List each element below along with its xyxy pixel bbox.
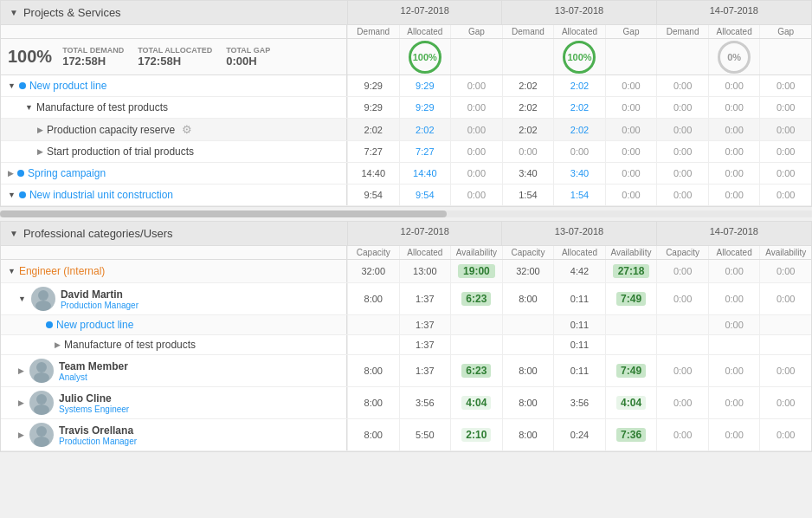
user-label-david: ▼ David Martin Production Manager [1, 283, 347, 314]
row-label-trial: ▶ Start production of trial products [1, 141, 347, 162]
cell-r2-7: 0:00 [708, 119, 760, 140]
avatar-david [31, 287, 55, 311]
eng-cell-7: 0:00 [708, 260, 760, 282]
sub-row-manufacture: ▶ Manufacture of test products 1:37 0:11 [1, 335, 811, 355]
cell-r1-5: 0:00 [605, 97, 657, 118]
demand-label: TOTAL DEMAND [62, 46, 124, 55]
avail-badge-team-1: 6:23 [461, 364, 491, 378]
gap-label: TOTAL GAP [226, 46, 270, 55]
gear-icon[interactable]: ⚙ [182, 123, 192, 136]
users-header-left: ▼ Professional categories/Users [1, 222, 347, 245]
avail-badge-team-2: 7:49 [616, 364, 646, 378]
sub-row-new-product: New product line 1:37 0:11 0:00 [1, 315, 811, 335]
cell-r0-7: 0:00 [708, 75, 760, 96]
cell-r2-1: 2:02 [399, 119, 451, 140]
eng-cell-4: 4:42 [553, 260, 605, 282]
travis-toggle[interactable]: ▶ [18, 431, 24, 439]
avail-badge-travis-1: 2:10 [461, 428, 491, 442]
sub-hb-allocated3: Allocated [708, 246, 760, 259]
sub-np-c6 [656, 315, 708, 334]
engineer-text: Engineer (Internal) [19, 265, 105, 277]
travis-cell-6: 0:00 [656, 419, 708, 450]
toggle-closed-3[interactable]: ▶ [37, 126, 43, 134]
date-header-b1: 12-07-2018 [348, 222, 502, 245]
table-row: ▼ New industrial unit construction 9:54 … [1, 185, 811, 206]
projects-header: ▼ Projects & Services 12-07-2018 13-07-2… [1, 1, 811, 25]
toggle-closed-4[interactable]: ▶ [37, 147, 43, 156]
team-toggle[interactable]: ▶ [18, 366, 24, 375]
user-info-travis: Travis Orellana Production Manager [59, 424, 137, 446]
collapse-arrow-bottom[interactable]: ▼ [10, 229, 18, 238]
david-cell-4: 0:11 [553, 283, 605, 314]
row-text-5: Spring campaign [28, 167, 106, 179]
row-label-manufacture: ▼ Manufacture of test products [1, 97, 347, 118]
cell-r5-3: 1:54 [502, 185, 554, 205]
row-label-industrial: ▼ New industrial unit construction [1, 185, 347, 205]
cell-r5-4: 1:54 [553, 185, 605, 205]
row-text-4: Start production of trial products [47, 146, 194, 158]
engineer-group-row: ▼ Engineer (Internal) 32:00 13:00 19:00 … [1, 260, 811, 283]
user-name-julio: Julio Cline [59, 392, 129, 405]
projects-header-left: ▼ Projects & Services [1, 1, 347, 24]
user-name-david: David Martin [61, 288, 139, 301]
summary-row: 100% TOTAL DEMAND 172:58H TOTAL ALLOCATE… [1, 39, 811, 75]
sub-label-manufacture: ▶ Manufacture of test products [1, 335, 347, 354]
cell-r4-2: 0:00 [450, 163, 502, 184]
user-label-team: ▶ Team Member Analyst [1, 355, 347, 386]
david-cell-6: 0:00 [656, 283, 708, 314]
circle-empty-2 [450, 39, 502, 74]
sub-label-new-product: New product line [1, 315, 347, 334]
row-text-1: New product line [29, 80, 106, 92]
gap-summary: TOTAL GAP 0:00H [226, 46, 270, 68]
sub-h-allocated3: Allocated [708, 25, 760, 38]
row-text-2: Manufacture of test products [36, 101, 168, 113]
david-toggle[interactable]: ▼ [18, 295, 26, 303]
engineer-toggle[interactable]: ▼ [8, 267, 16, 275]
toggle-open-6[interactable]: ▼ [8, 191, 16, 199]
circle-0: 0% [708, 39, 760, 74]
mfr-toggle[interactable]: ▶ [55, 340, 61, 349]
circle-pct-1: 100% [409, 41, 441, 74]
cell-r3-5: 0:00 [605, 141, 657, 162]
scrollbar[interactable] [0, 210, 812, 217]
svg-point-6 [36, 426, 47, 437]
toggle-closed-5[interactable]: ▶ [8, 169, 14, 178]
team-cell-5: 7:49 [605, 355, 657, 386]
julio-toggle[interactable]: ▶ [18, 398, 24, 407]
svg-point-2 [36, 362, 47, 372]
cell-r3-4: 0:00 [553, 141, 605, 162]
user-row-travis: ▶ Travis Orellana Production Manager 8:0… [1, 419, 811, 451]
sub-hb-allocated2: Allocated [553, 246, 605, 259]
circle-100-2: 100% [553, 39, 605, 74]
cell-r4-8: 0:00 [759, 163, 811, 184]
circle-pct-2: 100% [563, 41, 596, 74]
svg-point-4 [36, 394, 47, 405]
avail-badge-eng-2: 27:18 [613, 264, 650, 278]
cell-r5-8: 0:00 [759, 185, 811, 205]
table-row: ▶ Start production of trial products 7:2… [1, 141, 811, 163]
cell-r1-7: 0:00 [708, 97, 760, 118]
row-label-capacity: ▶ Production capacity reserve ⚙ [1, 119, 347, 140]
summary-left: 100% TOTAL DEMAND 172:58H TOTAL ALLOCATE… [1, 39, 347, 74]
travis-cell-4: 0:24 [553, 419, 605, 450]
david-cell-5: 7:49 [605, 283, 657, 314]
julio-cell-8: 0:00 [759, 387, 811, 418]
svg-point-1 [35, 301, 51, 311]
cell-r5-5: 0:00 [605, 185, 657, 205]
toggle-open-2[interactable]: ▼ [25, 103, 33, 112]
sub-np-c8 [759, 315, 811, 334]
gap-value: 0:00H [226, 55, 270, 68]
scrollbar-thumb[interactable] [0, 210, 447, 217]
julio-cell-2: 4:04 [450, 387, 502, 418]
cell-r0-6: 0:00 [656, 75, 708, 96]
sub-hb-allocated1: Allocated [399, 246, 451, 259]
collapse-arrow-top[interactable]: ▼ [10, 8, 18, 17]
projects-section: ▼ Projects & Services 12-07-2018 13-07-2… [0, 0, 812, 207]
travis-cell-0: 8:00 [347, 419, 399, 450]
cell-r2-8: 0:00 [759, 119, 811, 140]
toggle-open-1[interactable]: ▼ [8, 81, 16, 90]
circle-empty-4 [605, 39, 657, 74]
allocated-summary: TOTAL ALLOCATED 172:58H [138, 46, 212, 68]
mfr-c0 [347, 335, 399, 354]
cell-r5-2: 0:00 [450, 185, 502, 205]
